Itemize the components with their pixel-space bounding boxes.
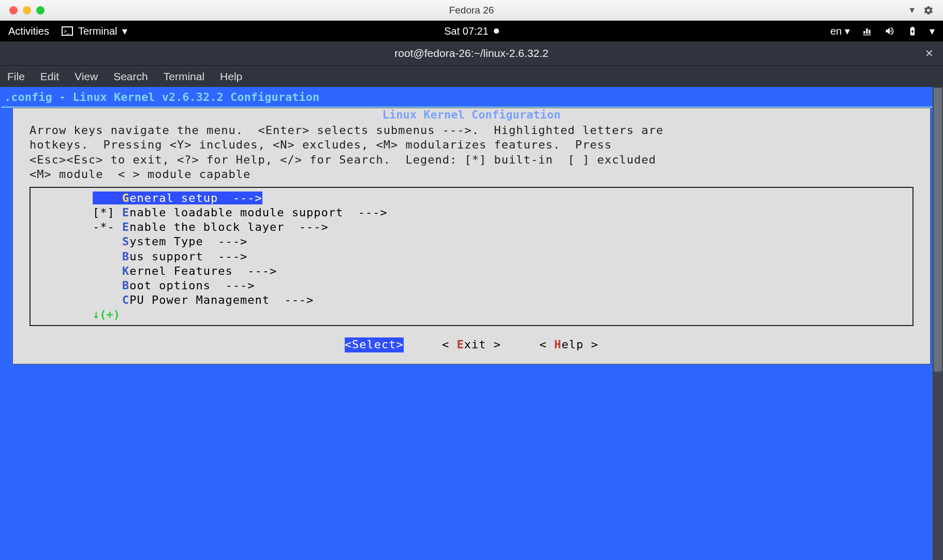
network-icon[interactable] [861,26,873,36]
menu-search[interactable]: Search [113,70,148,83]
help-button[interactable]: < Help > [539,337,598,352]
scrollbar-thumb[interactable] [934,88,942,372]
scrollbar[interactable] [933,87,943,560]
close-icon[interactable]: ✕ [925,47,934,60]
more-indicator: ↓(+) [31,307,912,322]
terminal-body: .config - Linux Kernel v2.6.32.2 Configu… [0,87,943,560]
menu-view[interactable]: View [75,70,98,83]
zoom-icon[interactable] [36,6,45,14]
clock-label: Sat 07:21 [444,25,489,37]
menu-list: General setup ---> [*] Enable loadable m… [30,187,913,326]
menu-item-cpu-power[interactable]: CPU Power Management ---> [31,293,912,307]
volume-icon[interactable] [884,26,895,36]
lang-label: en [830,25,842,37]
dialog-title: Linux Kernel Configuration [13,108,930,122]
mac-titlebar: Fedora 26 ▼ [0,0,943,21]
notification-dot-icon [494,28,499,34]
window-title: Fedora 26 [449,5,494,16]
gear-icon[interactable] [923,5,934,16]
system-menu-chevron-icon[interactable]: ▾ [930,25,935,37]
menu-item-general-setup[interactable]: General setup ---> [31,191,912,205]
chevron-down-icon: ▾ [122,25,127,37]
dialog-instructions: Arrow keys navigate the menu. <Enter> se… [13,122,930,187]
terminal-title: root@fedora-26:~/linux-2.6.32.2 [394,47,548,60]
menu-item-block-layer[interactable]: -*- Enable the block layer ---> [31,220,912,234]
close-icon[interactable] [9,6,18,14]
active-app[interactable]: >_ Terminal ▾ [62,25,128,37]
gnome-top-bar: Activities >_ Terminal ▾ Sat 07:21 en ▾ … [0,21,943,41]
active-app-label: Terminal [78,25,117,37]
terminal-icon: >_ [62,26,73,36]
menu-item-system-type[interactable]: System Type ---> [31,234,912,249]
menu-help[interactable]: Help [220,70,242,83]
menu-item-bus-support[interactable]: Bus support ---> [31,249,912,264]
select-button[interactable]: <Select> [345,337,404,352]
button-row: <Select> < Exit > < Help > [13,332,930,363]
menu-terminal[interactable]: Terminal [164,70,204,83]
menu-item-enable-modules[interactable]: [*] Enable loadable module support ---> [31,205,912,220]
dropdown-icon[interactable]: ▼ [908,6,916,15]
terminal-menubar: File Edit View Search Terminal Help [0,65,943,87]
activities-button[interactable]: Activities [8,25,49,37]
minimize-icon[interactable] [23,6,31,14]
menu-item-boot-options[interactable]: Boot options ---> [31,278,912,293]
config-header: .config - Linux Kernel v2.6.32.2 Configu… [0,87,943,106]
traffic-lights [0,6,45,14]
menuconfig-dialog: Linux Kernel Configuration Arrow keys na… [12,108,931,364]
clock[interactable]: Sat 07:21 [444,25,499,37]
menu-edit[interactable]: Edit [40,70,59,83]
terminal-titlebar: root@fedora-26:~/linux-2.6.32.2 ✕ [0,41,943,65]
input-lang[interactable]: en ▾ [830,25,850,37]
battery-icon[interactable] [907,26,918,36]
menu-file[interactable]: File [7,70,25,83]
menu-item-kernel-features[interactable]: Kernel Features ---> [31,264,912,278]
exit-button[interactable]: < Exit > [442,337,501,352]
